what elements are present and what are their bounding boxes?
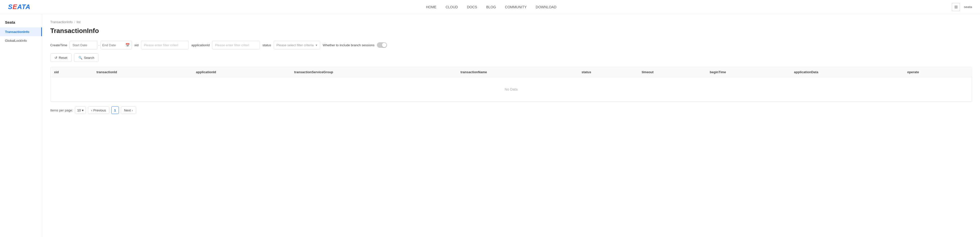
previous-button[interactable]: ‹ Previous [88,106,109,114]
nav-cloud[interactable]: CLOUD [445,5,458,9]
nav-home[interactable]: HOME [426,5,436,9]
breadcrumb-sep: / [74,20,75,24]
per-page-select[interactable]: 10 ▾ [75,106,86,114]
col-timeout: timeout [638,67,706,77]
breadcrumb-transactioninfo: TransactionInfo [50,20,73,24]
branch-sessions-label: Whether to include branch sessions [323,43,374,47]
date-separator: - [98,43,99,47]
no-data-cell: No Data [51,77,972,102]
col-operate: operate [904,67,972,77]
next-icon: › [132,109,133,112]
top-nav: SEATA HOME CLOUD DOCS BLOG COMMUNITY DOW… [0,0,980,14]
sidebar-item-transactioninfo[interactable]: TransactionInfo [0,27,42,36]
application-id-label: applicationId [191,43,210,47]
status-select[interactable]: Please select filter criteria ▾ [274,41,320,49]
col-xid: xid [51,67,93,77]
nav-right: ⊞ seata [952,3,972,11]
nav-grid-icon-btn[interactable]: ⊞ [952,3,960,11]
per-page-value: 10 [77,109,81,112]
date-group: - 📅 [70,41,132,49]
xid-label: xid [134,43,139,47]
status-label: status [262,43,271,47]
search-button[interactable]: 🔍 Search [74,53,99,62]
nav-links: HOME CLOUD DOCS BLOG COMMUNITY DOWNLOAD [426,5,556,9]
col-begintime: beginTime [706,67,791,77]
reset-button[interactable]: ↺ Reset [50,53,72,62]
breadcrumb-list: list [76,20,81,24]
col-transactionname: transactionName [457,67,578,77]
nav-user: seata [964,5,972,9]
nav-docs[interactable]: DOCS [467,5,477,9]
col-status: status [578,67,638,77]
sidebar: Seata TransactionInfo GlobalLockInfo [0,14,42,237]
col-transactionservicegroup: transactionServiceGroup [291,67,457,77]
col-applicationid: applicationId [192,67,291,77]
status-placeholder: Please select filter criteria [277,43,313,47]
pagination-row: Items per page: 10 ▾ ‹ Previous 1 Next › [50,106,972,114]
filter-row: CreateTime - 📅 xid applicationId status … [50,41,972,49]
col-applicationdata: applicationData [791,67,904,77]
end-date-group: 📅 [100,41,132,49]
reset-label: Reset [59,56,67,59]
table-header-row: xid transactionId applicationId transact… [51,67,972,77]
next-button[interactable]: Next › [121,106,136,114]
status-dropdown-icon: ▾ [316,43,317,47]
current-page[interactable]: 1 [111,106,119,114]
action-row: ↺ Reset 🔍 Search [50,53,972,62]
search-label: Search [84,56,94,59]
layout: Seata TransactionInfo GlobalLockInfo Tra… [0,14,980,237]
start-date-input[interactable] [70,41,97,49]
prev-icon: ‹ [91,109,92,112]
calendar-icon-btn[interactable]: 📅 [123,41,132,49]
sidebar-app-name: Seata [0,16,42,27]
application-id-input[interactable] [212,41,260,49]
nav-download[interactable]: DOWNLOAD [536,5,556,9]
table-wrapper: xid transactionId applicationId transact… [50,67,972,102]
prev-label: Previous [93,109,106,112]
next-label: Next [124,109,131,112]
nav-community[interactable]: COMMUNITY [505,5,527,9]
no-data-row: No Data [51,77,972,102]
per-page-label: Items per page: [50,109,73,112]
sidebar-item-globallockinfo[interactable]: GlobalLockInfo [0,36,42,45]
main-content: TransactionInfo / list TransactionInfo C… [42,14,980,237]
xid-input[interactable] [141,41,189,49]
end-date-input[interactable] [101,41,123,49]
logo: SEATA [8,3,30,11]
create-time-label: CreateTime [50,43,67,47]
transaction-table: xid transactionId applicationId transact… [51,67,972,102]
branch-sessions-toggle[interactable] [377,42,387,48]
breadcrumb: TransactionInfo / list [50,20,972,24]
per-page-icon: ▾ [82,109,84,112]
page-title: TransactionInfo [50,27,972,35]
search-icon: 🔍 [78,56,83,59]
col-transactionid: transactionId [93,67,192,77]
nav-blog[interactable]: BLOG [486,5,496,9]
reset-icon: ↺ [54,56,57,59]
